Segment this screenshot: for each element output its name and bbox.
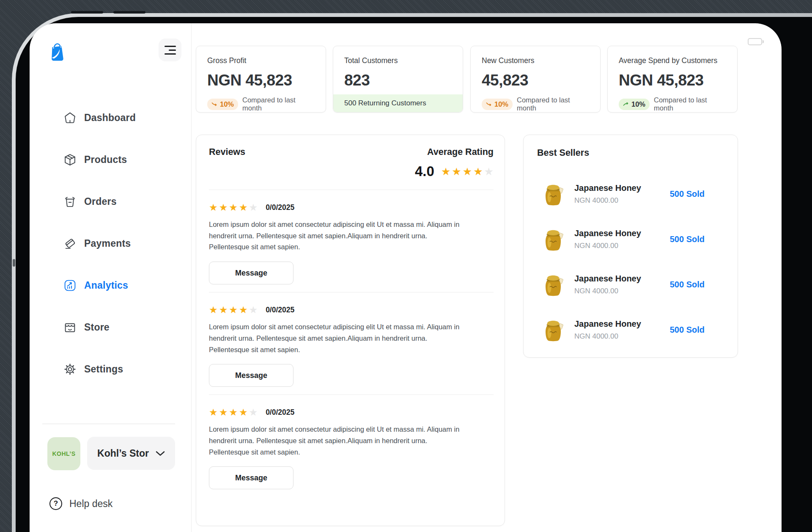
review-date: 0/0/2025 <box>266 306 294 314</box>
battery-icon <box>748 38 762 45</box>
box-icon <box>63 153 77 166</box>
store-name: Kohl’s Stor <box>97 448 149 459</box>
sidebar-item-label: Products <box>84 154 127 165</box>
review-date: 0/0/2025 <box>266 203 294 212</box>
sidebar-item-label: Orders <box>84 196 117 207</box>
best-sellers-title: Best Sellers <box>537 148 705 158</box>
tablet-top-button <box>113 11 145 14</box>
best-seller-row: Japanese Honey NGN 4000.00 500 Sold <box>537 227 705 251</box>
help-desk-link[interactable]: Help desk <box>49 497 112 510</box>
returning-customers-banner: 500 Returning Customers <box>333 94 463 112</box>
question-icon <box>49 497 62 510</box>
sidebar-item-label: Payments <box>84 238 131 249</box>
sidebar-item-settings[interactable]: Settings <box>63 348 136 390</box>
average-rating-label: Average Rating <box>415 147 494 157</box>
stat-label: Gross Profit <box>207 56 315 65</box>
home-icon <box>63 111 77 124</box>
sidebar-item-label: Dashboard <box>84 112 136 124</box>
stat-label: Total Customers <box>344 56 452 65</box>
basket-icon <box>63 195 77 208</box>
trend-badge-value: 10% <box>494 100 508 108</box>
review-stars: ★★★★★ <box>209 203 258 212</box>
honey-jar-image <box>543 182 563 206</box>
analytics-icon <box>63 279 77 292</box>
hamburger-menu-button[interactable] <box>159 39 181 61</box>
stat-note: Compared to last month <box>517 96 589 112</box>
sidebar-item-analytics[interactable]: Analytics <box>63 265 136 306</box>
storefront-icon <box>63 321 77 334</box>
reviews-title: Reviews <box>209 147 245 157</box>
stat-value: 823 <box>344 72 452 89</box>
honey-jar-image <box>543 227 563 251</box>
stat-card-average-spend: Average Spend by Customers NGN 45,823 10… <box>607 46 738 113</box>
stat-note: Compared to last month <box>242 96 315 112</box>
stat-note: Compared to last month <box>654 96 726 112</box>
review-item: ★★★★★ 0/0/2025 Lorem ipsum dolor sit ame… <box>209 292 494 395</box>
review-item: ★★★★★ 0/0/2025 Lorem ipsum dolor sit ame… <box>209 395 494 497</box>
honey-jar-image <box>543 273 563 296</box>
sidebar-bottom-divider <box>42 424 175 424</box>
sold-count-link[interactable]: 500 Sold <box>670 189 705 199</box>
best-seller-row: Japanese Honey NGN 4000.00 500 Sold <box>537 318 705 342</box>
review-date: 0/0/2025 <box>266 408 294 417</box>
sidebar: Dashboard Products Orders <box>30 23 191 532</box>
returning-customers-text: 500 Returning Customers <box>344 99 426 108</box>
sidebar-item-label: Analytics <box>84 280 128 291</box>
store-switcher[interactable]: Kohl’s Stor <box>87 437 175 470</box>
trend-badge-value: 10% <box>631 100 645 108</box>
best-seller-row: Japanese Honey NGN 4000.00 500 Sold <box>537 182 705 206</box>
trend-down-icon <box>486 102 492 106</box>
card-icon <box>63 237 77 250</box>
tablet-top-button <box>71 11 103 14</box>
tablet-screen: Dashboard Products Orders <box>30 23 782 532</box>
sold-count-link[interactable]: 500 Sold <box>670 280 705 289</box>
average-rating-value: 4.0 <box>415 163 434 179</box>
trend-up-icon <box>623 102 629 106</box>
product-name: Japanese Honey <box>574 183 641 193</box>
sidebar-item-dashboard[interactable]: Dashboard <box>63 97 136 139</box>
tablet-side-camera-dot <box>13 259 15 267</box>
sidebar-item-payments[interactable]: Payments <box>63 223 136 265</box>
sidebar-divider <box>191 23 192 532</box>
message-button[interactable]: Message <box>209 364 294 387</box>
review-text: Lorem ipsum dolor sit amet consectetur a… <box>209 424 468 458</box>
product-name: Japanese Honey <box>574 229 641 238</box>
sold-count-link[interactable]: 500 Sold <box>670 325 705 335</box>
sidebar-item-products[interactable]: Products <box>63 139 136 181</box>
review-stars: ★★★★★ <box>209 408 258 417</box>
best-seller-row: Japanese Honey NGN 4000.00 500 Sold <box>537 273 705 296</box>
sidebar-item-store[interactable]: Store <box>63 306 136 348</box>
stat-value: NGN 45,823 <box>619 72 726 89</box>
help-desk-label: Help desk <box>69 498 112 510</box>
trend-badge-value: 10% <box>220 100 234 108</box>
store-logo-text: KOHL’S <box>52 450 75 457</box>
stat-value: NGN 45,823 <box>207 72 315 89</box>
trend-badge: 10% <box>482 99 513 110</box>
stat-card-gross-profit: Gross Profit NGN 45,823 10% Compared to … <box>196 46 326 113</box>
hamburger-icon <box>165 46 176 55</box>
product-price: NGN 4000.00 <box>574 332 641 341</box>
sidebar-item-label: Store <box>84 322 110 333</box>
product-name: Japanese Honey <box>574 274 641 284</box>
sold-count-link[interactable]: 500 Sold <box>670 234 705 244</box>
trend-badge: 10% <box>619 99 650 110</box>
best-sellers-panel: Best Sellers Japanese Honey NGN 4000.00 … <box>523 135 738 358</box>
review-text: Lorem ipsum dolor sit amet consectetur a… <box>209 321 468 355</box>
sidebar-item-label: Settings <box>84 364 123 375</box>
review-item: ★★★★★ 0/0/2025 Lorem ipsum dolor sit ame… <box>209 190 494 292</box>
reviews-panel: Reviews Average Rating 4.0 ★★★★★ ★★★★★ 0… <box>196 135 505 526</box>
product-price: NGN 4000.00 <box>574 287 641 295</box>
product-price: NGN 4000.00 <box>574 242 641 250</box>
stat-card-new-customers: New Customers 45,823 10% Compared to las… <box>470 46 601 113</box>
review-text: Lorem ipsum dolor sit amet consectetur a… <box>209 219 468 253</box>
stat-card-total-customers: Total Customers 823 500 Returning Custom… <box>333 46 463 113</box>
sidebar-nav: Dashboard Products Orders <box>63 97 136 390</box>
stat-label: Average Spend by Customers <box>619 56 726 65</box>
sidebar-item-orders[interactable]: Orders <box>63 181 136 223</box>
stat-label: New Customers <box>482 56 589 65</box>
message-button[interactable]: Message <box>209 262 294 284</box>
message-button[interactable]: Message <box>209 466 294 489</box>
store-logo-badge: KOHL’S <box>47 437 80 470</box>
average-rating-stars: ★★★★★ <box>441 166 494 177</box>
shopping-bag-logo <box>49 43 66 63</box>
